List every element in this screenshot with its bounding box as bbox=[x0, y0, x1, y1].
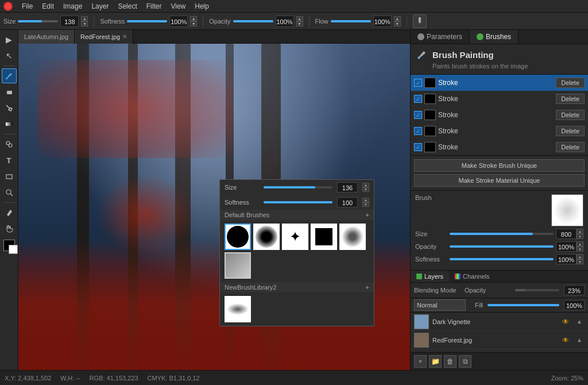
tool-select[interactable]: ↖ bbox=[2, 48, 17, 63]
layer-row-1[interactable]: RedForest.jpg 👁 ▲ bbox=[411, 331, 588, 349]
tab-redforest[interactable]: RedForest.jpg ✕ bbox=[75, 30, 133, 44]
softness-slider[interactable] bbox=[127, 20, 167, 22]
opacity-down[interactable]: ▼ bbox=[296, 21, 303, 26]
brush-thumb-extra[interactable] bbox=[225, 252, 251, 279]
tab-lateautumn[interactable]: LateAutumn.jpg bbox=[18, 30, 75, 44]
brush-thumb-star[interactable]: ✦ bbox=[282, 224, 308, 250]
popup-softness-up[interactable]: ▲ bbox=[362, 198, 369, 202]
fill-slider[interactable] bbox=[488, 304, 559, 306]
flow-down[interactable]: ▼ bbox=[394, 21, 401, 26]
tab-parameters[interactable]: Parameters bbox=[411, 30, 470, 44]
layer-row-0[interactable]: Dark Vignette 👁 ▲ bbox=[411, 313, 588, 331]
layer-order-0[interactable]: ▲ bbox=[574, 317, 585, 327]
tool-shape[interactable] bbox=[2, 169, 17, 184]
tool-zoom[interactable] bbox=[2, 185, 17, 200]
popup-size-up[interactable]: ▲ bbox=[362, 183, 369, 187]
flow-slider[interactable] bbox=[331, 20, 371, 22]
tool-arrow[interactable]: ▶ bbox=[2, 32, 17, 47]
opacity-value[interactable]: 100% bbox=[276, 16, 294, 27]
brush-thumb-circle-soft[interactable] bbox=[253, 224, 280, 250]
popup-size-down[interactable]: ▼ bbox=[362, 187, 369, 192]
stroke-checkbox-4[interactable]: ✓ bbox=[414, 127, 422, 135]
popup-softness-spinner[interactable]: ▲ ▼ bbox=[362, 198, 369, 207]
blend-opacity-slider[interactable] bbox=[515, 289, 559, 291]
layer-order-1[interactable]: ▲ bbox=[574, 335, 585, 345]
stroke-color-5[interactable] bbox=[424, 142, 436, 152]
popup-size-spinner[interactable]: ▲ ▼ bbox=[362, 183, 369, 192]
size-down[interactable]: ▼ bbox=[81, 21, 88, 26]
flow-value[interactable]: 100% bbox=[373, 16, 392, 27]
brush-thumb-soft2[interactable] bbox=[339, 224, 366, 250]
opacity-slider[interactable] bbox=[233, 20, 273, 22]
bs-softness-slider[interactable] bbox=[450, 258, 554, 260]
bs-softness-down[interactable]: ▼ bbox=[577, 259, 583, 264]
stroke-delete-3[interactable]: Delete bbox=[556, 110, 585, 120]
make-stroke-material-unique-button[interactable]: Make Stroke Material Unique bbox=[414, 174, 585, 187]
menu-file[interactable]: File bbox=[17, 0, 37, 13]
menu-image[interactable]: Image bbox=[59, 0, 87, 13]
brush-thumb-square[interactable] bbox=[311, 224, 337, 250]
popup-lib-expand-icon[interactable]: + bbox=[366, 284, 369, 291]
stroke-row-4[interactable]: ✓ Stroke Delete bbox=[411, 123, 588, 139]
flow-up[interactable]: ▲ bbox=[394, 16, 401, 21]
brush-preview[interactable] bbox=[551, 194, 583, 226]
tool-hand[interactable] bbox=[2, 221, 17, 236]
popup-expand-icon[interactable]: + bbox=[366, 211, 369, 218]
popup-size-slider[interactable] bbox=[264, 186, 332, 188]
layer-visibility-0[interactable]: 👁 bbox=[560, 317, 571, 327]
tool-brush[interactable] bbox=[2, 68, 17, 83]
layer-duplicate-button[interactable]: ⧉ bbox=[459, 355, 471, 368]
bs-size-down[interactable]: ▼ bbox=[577, 234, 583, 239]
stroke-delete-4[interactable]: Delete bbox=[556, 126, 585, 136]
stroke-checkbox-2[interactable]: ✓ bbox=[414, 95, 422, 103]
tool-colorpicker[interactable] bbox=[2, 205, 17, 220]
layer-folder-button[interactable]: 📁 bbox=[429, 355, 442, 368]
tab-brushes[interactable]: Brushes bbox=[470, 30, 519, 44]
menu-filter[interactable]: Filter bbox=[142, 0, 167, 13]
tab-channels[interactable]: Channels bbox=[449, 271, 495, 282]
bs-opacity-down[interactable]: ▼ bbox=[577, 247, 583, 252]
close-redforest-icon[interactable]: ✕ bbox=[122, 30, 127, 44]
stroke-color-4[interactable] bbox=[424, 126, 436, 136]
flow-spinner[interactable]: ▲ ▼ bbox=[394, 16, 401, 26]
brush-lib-thumb-1[interactable] bbox=[225, 296, 251, 322]
stroke-row-5[interactable]: ✓ Stroke Delete bbox=[411, 139, 588, 155]
stroke-row-3[interactable]: ✓ Stroke Delete bbox=[411, 107, 588, 123]
stroke-delete-2[interactable]: Delete bbox=[556, 94, 585, 104]
fg-bg-colors[interactable] bbox=[3, 240, 15, 251]
stroke-color-1[interactable] bbox=[424, 78, 436, 88]
stroke-row-1[interactable]: ✓ Stroke Delete bbox=[411, 75, 588, 91]
opacity-up[interactable]: ▲ bbox=[296, 16, 303, 21]
menu-help[interactable]: Help bbox=[190, 0, 214, 13]
tool-text[interactable]: T bbox=[2, 153, 17, 168]
menu-view[interactable]: View bbox=[166, 0, 190, 13]
layer-add-button[interactable]: + bbox=[414, 355, 427, 368]
softness-value[interactable]: 100% bbox=[169, 16, 188, 27]
stroke-checkbox-3[interactable]: ✓ bbox=[414, 111, 422, 119]
stroke-row-2[interactable]: ✓ Stroke Delete bbox=[411, 91, 588, 107]
popup-softness-down[interactable]: ▼ bbox=[362, 202, 369, 207]
toolbar-brush-icon[interactable] bbox=[413, 14, 427, 28]
bs-opacity-spinner[interactable]: ▲ ▼ bbox=[577, 241, 583, 252]
stroke-delete-5[interactable]: Delete bbox=[556, 142, 585, 152]
bs-softness-spinner[interactable]: ▲ ▼ bbox=[577, 254, 583, 264]
make-stroke-brush-unique-button[interactable]: Make Stroke Brush Unique bbox=[414, 159, 585, 172]
popup-softness-slider[interactable] bbox=[264, 201, 332, 203]
menu-layer[interactable]: Layer bbox=[87, 0, 113, 13]
softness-spinner[interactable]: ▲ ▼ bbox=[190, 16, 197, 26]
menu-select[interactable]: Select bbox=[113, 0, 141, 13]
bs-size-spinner[interactable]: ▲ ▼ bbox=[577, 229, 583, 239]
stroke-color-2[interactable] bbox=[424, 94, 436, 104]
tool-eraser[interactable] bbox=[2, 84, 17, 99]
bs-size-value[interactable]: 800 bbox=[556, 229, 577, 239]
stroke-delete-1[interactable]: Delete bbox=[556, 78, 585, 88]
tool-gradient[interactable] bbox=[2, 117, 17, 132]
size-value[interactable]: 138 bbox=[60, 16, 79, 27]
blend-opacity-value[interactable]: 23% bbox=[564, 285, 585, 295]
tool-clone[interactable] bbox=[2, 137, 17, 152]
popup-softness-value[interactable]: 100 bbox=[337, 197, 358, 207]
softness-down[interactable]: ▼ bbox=[190, 21, 197, 26]
layer-visibility-1[interactable]: 👁 bbox=[560, 335, 571, 345]
blend-mode-select[interactable]: Normal Multiply Screen Overlay bbox=[414, 299, 466, 311]
tab-layers[interactable]: Layers bbox=[411, 271, 449, 282]
